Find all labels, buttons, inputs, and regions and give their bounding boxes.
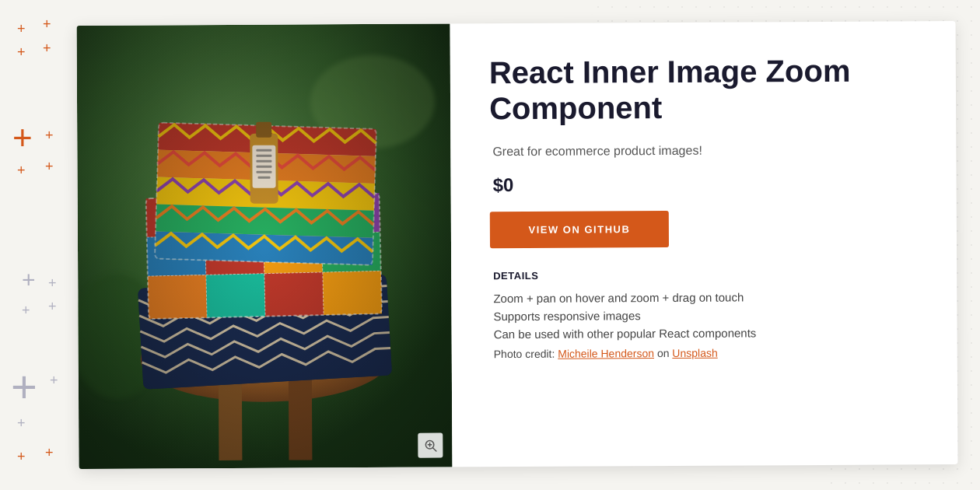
details-label: DETAILS <box>493 268 918 282</box>
plus-icon: + <box>43 17 51 31</box>
product-image-section <box>77 23 453 469</box>
photo-credit-prefix: Photo credit: <box>494 348 558 360</box>
plus-icon: + <box>43 41 51 55</box>
plus-icon: + <box>48 276 57 290</box>
zoom-icon-button[interactable] <box>418 433 443 458</box>
product-image <box>77 23 453 469</box>
svg-rect-43 <box>77 23 453 469</box>
plus-icon: + <box>12 121 33 155</box>
plus-icon: + <box>22 268 36 292</box>
detail-item-1: Zoom + pan on hover and zoom + drag on t… <box>493 287 918 307</box>
detail-item-2: Supports responsive images <box>493 305 918 325</box>
plus-icon: + <box>45 128 54 142</box>
plus-icon: + <box>48 299 57 313</box>
photo-credit: Photo credit: Micheile Henderson on Unsp… <box>494 345 919 360</box>
product-title: React Inner Image Zoom Component <box>489 52 917 126</box>
product-card: React Inner Image Zoom Component Great f… <box>77 21 958 469</box>
plus-icon: + <box>22 303 30 317</box>
plus-icon: + <box>45 159 54 173</box>
plus-icon: + <box>17 450 26 464</box>
photo-credit-name-link[interactable]: Micheile Henderson <box>558 347 654 360</box>
plus-icon: + <box>17 45 26 59</box>
plus-icon: + <box>11 364 37 409</box>
plus-icon: + <box>17 22 26 36</box>
details-list: Zoom + pan on hover and zoom + drag on t… <box>493 287 918 343</box>
plus-icon: + <box>17 416 26 430</box>
plus-icon: + <box>45 446 54 460</box>
detail-item-3: Can be used with other popular React com… <box>494 323 919 343</box>
product-tagline: Great for ecommerce product images! <box>489 142 917 159</box>
unsplash-link[interactable]: Unsplash <box>672 347 717 359</box>
github-button[interactable]: VIEW ON GITHUB <box>490 211 669 248</box>
plus-icon: + <box>50 373 58 387</box>
product-content: React Inner Image Zoom Component Great f… <box>450 21 958 467</box>
product-price: $0 <box>490 172 918 196</box>
photo-credit-middle: on <box>654 347 672 359</box>
svg-line-45 <box>433 448 436 451</box>
details-section: DETAILS Zoom + pan on hover and zoom + d… <box>490 268 919 360</box>
plus-icon: + <box>17 163 26 177</box>
